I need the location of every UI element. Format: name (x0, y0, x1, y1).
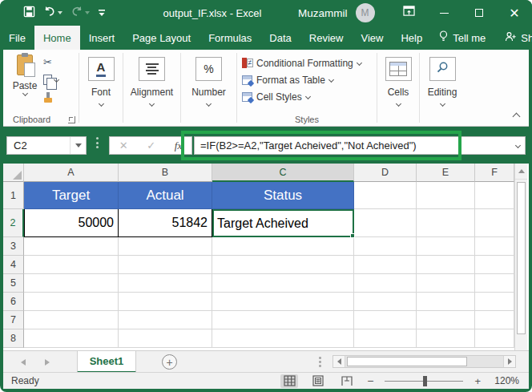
cell-f4[interactable] (475, 256, 514, 274)
cell-e2[interactable] (417, 209, 475, 237)
zoom-in-button[interactable]: + (474, 375, 481, 387)
cell-c6[interactable] (212, 293, 354, 311)
format-painter-button[interactable] (43, 90, 75, 104)
cell-f3[interactable] (475, 237, 514, 256)
vertical-scrollbar[interactable] (514, 164, 527, 350)
row-header-4[interactable]: 4 (3, 256, 24, 274)
tab-insert[interactable]: Insert (80, 26, 124, 50)
enter-entry-button[interactable]: ✓ (147, 139, 155, 152)
tab-data[interactable]: Data (260, 26, 300, 50)
cell-c7[interactable] (212, 311, 354, 329)
tab-formulas[interactable]: Formulas (200, 26, 260, 50)
cell-e8[interactable] (417, 329, 475, 348)
cell-d2[interactable] (354, 209, 417, 237)
expand-formula-bar-button[interactable] (510, 143, 525, 148)
cell-e7[interactable] (417, 311, 475, 329)
cell-e3[interactable] (417, 237, 475, 256)
clipboard-dialog-launcher[interactable] (68, 116, 75, 123)
share-button[interactable]: Share (494, 26, 532, 50)
previous-sheet-button[interactable] (21, 359, 26, 366)
cell-d1[interactable] (354, 182, 417, 209)
cell-a5[interactable] (24, 274, 119, 293)
cell-e5[interactable] (417, 274, 475, 293)
cell-e1[interactable] (417, 182, 475, 209)
editing-group-button[interactable]: Editing (420, 50, 465, 126)
horizontal-scrollbar-thumb[interactable] (347, 357, 467, 366)
cell-f8[interactable] (475, 329, 514, 348)
conditional-formatting-button[interactable]: Conditional Formatting (242, 55, 377, 71)
insert-function-button[interactable]: fx (175, 139, 182, 152)
row-header-1[interactable]: 1 (3, 182, 24, 209)
scroll-right-button[interactable] (503, 356, 515, 367)
tab-review[interactable]: Review (300, 26, 353, 50)
tab-bar-splitter-grip[interactable] (319, 357, 321, 367)
cell-d6[interactable] (354, 293, 417, 311)
cell-d8[interactable] (354, 329, 417, 348)
ribbon-display-options-button[interactable] (391, 0, 426, 26)
formula-input[interactable]: =IF(B2>=A2,"Target Acheived","Not Acheiv… (194, 136, 526, 155)
tab-page-layout[interactable]: Page Layout (123, 26, 200, 50)
alignment-group-button[interactable]: Alignment (123, 50, 180, 126)
name-box-dropdown[interactable] (70, 137, 86, 154)
cell-b8[interactable] (119, 329, 212, 348)
close-button[interactable]: ✕ (497, 0, 532, 26)
row-header-6[interactable]: 6 (3, 293, 24, 311)
column-header-f[interactable]: F (475, 164, 514, 182)
cut-button[interactable]: ✂ (43, 55, 75, 69)
row-header-8[interactable]: 8 (3, 329, 24, 348)
row-header-7[interactable]: 7 (3, 311, 24, 329)
cell-b7[interactable] (119, 311, 212, 329)
cell-c3[interactable] (212, 237, 354, 256)
scroll-up-button[interactable] (515, 164, 527, 180)
zoom-slider[interactable] (385, 374, 463, 388)
column-header-b[interactable]: B (119, 164, 212, 182)
cell-a6[interactable] (24, 293, 119, 311)
zoom-level[interactable]: 120% (492, 375, 519, 386)
fill-handle[interactable] (350, 233, 355, 238)
customize-quick-access-button[interactable] (95, 3, 108, 22)
cell-c8[interactable] (212, 329, 354, 348)
cell-a3[interactable] (24, 237, 119, 256)
row-header-5[interactable]: 5 (3, 274, 24, 293)
cell-a4[interactable] (24, 256, 119, 274)
save-button[interactable] (21, 3, 38, 22)
cell-c2-active[interactable]: Target Acheived (212, 209, 354, 237)
number-group-button[interactable]: % Number (181, 50, 236, 126)
cell-e6[interactable] (417, 293, 475, 311)
cell-b3[interactable] (119, 237, 212, 256)
collapse-ribbon-button[interactable] (513, 113, 521, 121)
add-sheet-button[interactable]: + (162, 354, 177, 370)
paste-button[interactable]: Paste (10, 55, 40, 107)
column-header-d[interactable]: D (354, 164, 417, 182)
cell-f7[interactable] (475, 311, 514, 329)
cell-d3[interactable] (354, 237, 417, 256)
column-header-c[interactable]: C (212, 164, 354, 182)
cell-a1[interactable]: Target (24, 182, 119, 209)
cell-styles-button[interactable]: Cell Styles (242, 88, 377, 105)
cell-b6[interactable] (119, 293, 212, 311)
column-header-a[interactable]: A (24, 164, 119, 182)
undo-button[interactable] (41, 3, 65, 22)
name-box[interactable]: C2 (6, 136, 87, 155)
cell-b1[interactable]: Actual (119, 182, 212, 209)
tab-view[interactable]: View (352, 26, 392, 50)
column-header-e[interactable]: E (417, 164, 475, 182)
tab-file[interactable]: File (0, 26, 34, 50)
sheet-tab-sheet1[interactable]: Sheet1 (77, 351, 136, 373)
cell-f5[interactable] (475, 274, 514, 293)
page-layout-view-button[interactable] (309, 374, 327, 388)
horizontal-scrollbar[interactable] (332, 355, 516, 368)
cell-d5[interactable] (354, 274, 417, 293)
vertical-scrollbar-thumb[interactable] (517, 182, 526, 334)
cells-group-button[interactable]: Cells (377, 50, 419, 126)
row-header-3[interactable]: 3 (3, 237, 24, 256)
scroll-left-button[interactable] (333, 356, 345, 367)
row-header-2[interactable]: 2 (3, 209, 24, 237)
tell-me-box[interactable]: Tell me (431, 26, 494, 50)
avatar[interactable]: M (356, 3, 375, 22)
cell-a2[interactable]: 50000 (24, 209, 119, 237)
cell-f6[interactable] (475, 293, 514, 311)
next-sheet-button[interactable] (45, 359, 50, 366)
formula-bar-grip[interactable] (96, 137, 99, 148)
format-as-table-button[interactable]: Format as Table (242, 71, 377, 88)
